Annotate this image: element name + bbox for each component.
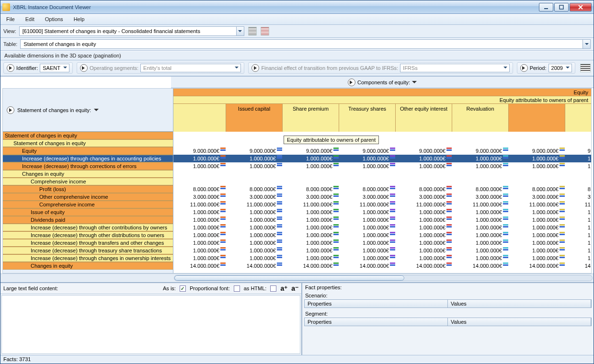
data-cell[interactable]: 11.000.000€ (226, 201, 283, 208)
data-cell[interactable] (283, 170, 339, 178)
data-cell[interactable]: 1. (565, 155, 591, 162)
horizontal-scrollbar[interactable] (0, 273, 594, 282)
row-header[interactable]: Increase (decrease) through changes in o… (3, 254, 173, 262)
data-cell[interactable]: 1.000.000€ (226, 216, 283, 224)
play-icon[interactable] (7, 106, 14, 114)
data-cell[interactable]: 9.000.000€ (509, 147, 565, 155)
play-icon[interactable] (7, 64, 14, 72)
column-header[interactable]: Share premium (283, 104, 339, 132)
data-cell[interactable]: 11.000.000€ (452, 201, 509, 208)
data-cell[interactable]: 1.000.000€ (173, 254, 226, 262)
data-cell[interactable]: 1.000.000€ (396, 231, 452, 239)
data-cell[interactable] (173, 170, 226, 178)
large-text-field[interactable] (1, 295, 300, 354)
row-header[interactable]: Comprehensive income (3, 201, 173, 208)
row-header[interactable]: Increase (decrease) through treasury sha… (3, 247, 173, 254)
font-decrease-button[interactable]: a⁻ (291, 284, 298, 292)
data-cell[interactable]: 1.000.000€ (173, 239, 226, 247)
data-cell[interactable]: 1.000.000€ (452, 254, 509, 262)
data-cell[interactable]: 1.000.000€ (396, 155, 452, 162)
data-cell[interactable]: 1.000.000€ (509, 254, 565, 262)
period-select[interactable]: 2009 (548, 64, 572, 72)
data-cell[interactable]: 11.000.000€ (509, 201, 565, 208)
data-cell[interactable]: 1.000.000€ (339, 254, 396, 262)
data-cell[interactable] (509, 132, 565, 139)
data-cell[interactable]: 1.000.000€ (452, 231, 509, 239)
data-cell[interactable]: 1.000.000€ (509, 208, 565, 216)
data-cell[interactable]: 11.000.000€ (339, 201, 396, 208)
data-cell[interactable]: 1. (565, 239, 591, 247)
data-cell[interactable]: 1.000.000€ (226, 162, 283, 170)
data-cell[interactable]: 1.000.000€ (283, 162, 339, 170)
data-cell[interactable] (396, 132, 452, 139)
row-header[interactable]: Profit (loss) (3, 185, 173, 193)
data-cell[interactable] (452, 139, 509, 147)
menu-help[interactable]: Help (72, 15, 87, 23)
data-cell[interactable]: 3.000.000€ (226, 193, 283, 201)
data-cell[interactable]: 8.000.000€ (509, 185, 565, 193)
data-cell[interactable]: 1.000.000€ (173, 208, 226, 216)
data-cell[interactable]: 8.000.000€ (226, 185, 283, 193)
row-header[interactable]: Increase (decrease) through other contri… (3, 224, 173, 231)
data-cell[interactable]: 9.000.000€ (452, 147, 509, 155)
grid-icon-2[interactable] (261, 27, 269, 35)
data-cell[interactable]: 1.000.000€ (226, 208, 283, 216)
data-cell[interactable] (226, 170, 283, 178)
data-cell[interactable] (565, 139, 591, 147)
play-icon[interactable] (251, 64, 259, 72)
data-cell[interactable]: 9.000.000€ (226, 147, 283, 155)
data-cell[interactable] (283, 178, 339, 185)
gaap-select[interactable]: IFRSs (400, 64, 510, 72)
data-cell[interactable]: 1. (565, 254, 591, 262)
data-cell[interactable] (396, 170, 452, 178)
close-button[interactable] (570, 3, 592, 11)
row-header[interactable]: Statement of changes in equity (3, 139, 173, 147)
data-cell[interactable]: 1.000.000€ (339, 247, 396, 254)
data-cell[interactable]: 1.000.000€ (339, 216, 396, 224)
data-cell[interactable]: 9.000.000€ (396, 147, 452, 155)
data-cell[interactable] (226, 139, 283, 147)
data-cell[interactable]: 3.000.000€ (173, 193, 226, 201)
data-cell[interactable]: 1.000.000€ (173, 224, 226, 231)
data-cell[interactable]: 14.000.000€ (452, 262, 509, 270)
row-header[interactable]: Statement of changes in equity (3, 132, 173, 139)
data-cell[interactable]: 1.000.000€ (283, 247, 339, 254)
play-icon[interactable] (348, 79, 355, 86)
data-cell[interactable]: 1. (565, 247, 591, 254)
data-cell[interactable] (173, 132, 226, 139)
data-cell[interactable]: 8.000.000€ (396, 185, 452, 193)
column-header[interactable]: Issued capital (226, 104, 283, 132)
data-cell[interactable] (452, 170, 509, 178)
data-cell[interactable]: 11.000.000€ (283, 201, 339, 208)
data-cell[interactable]: 14.000.000€ (283, 262, 339, 270)
row-header[interactable]: Issue of equity (3, 208, 173, 216)
data-cell[interactable]: 1.000.000€ (226, 239, 283, 247)
ashtml-checkbox[interactable] (270, 285, 276, 292)
data-cell[interactable]: 9.000.000€ (283, 147, 339, 155)
data-cell[interactable]: 1.000.000€ (452, 224, 509, 231)
data-cell[interactable]: 1.000.000€ (396, 224, 452, 231)
data-cell[interactable]: 8.000.000€ (339, 185, 396, 193)
data-cell[interactable]: 1.000.000€ (452, 239, 509, 247)
data-cell[interactable]: 14.000.000€ (509, 262, 565, 270)
data-cell[interactable]: 8.000.000€ (283, 185, 339, 193)
asis-checkbox[interactable] (180, 285, 186, 292)
data-cell[interactable]: 1.000.000€ (396, 216, 452, 224)
data-cell[interactable]: 1.000.000€ (283, 231, 339, 239)
data-cell[interactable] (339, 170, 396, 178)
data-cell[interactable]: 11. (565, 201, 591, 208)
row-header[interactable]: Increase (decrease) through changes in a… (3, 155, 173, 162)
row-header[interactable]: Changes in equity (3, 262, 173, 270)
data-cell[interactable] (452, 132, 509, 139)
data-cell[interactable]: 1.000.000€ (283, 155, 339, 162)
data-cell[interactable]: 1.000.000€ (509, 162, 565, 170)
data-cell[interactable]: 1.000.000€ (283, 239, 339, 247)
row-header[interactable]: Increase (decrease) through other distri… (3, 231, 173, 239)
menu-options[interactable]: Options (43, 15, 65, 23)
data-cell[interactable] (226, 132, 283, 139)
data-cell[interactable]: 1.000.000€ (226, 254, 283, 262)
row-header[interactable]: Dividends paid (3, 216, 173, 224)
data-cell[interactable]: 1.000.000€ (396, 239, 452, 247)
menu-file[interactable]: File (4, 15, 17, 23)
data-cell[interactable]: 1.000.000€ (173, 247, 226, 254)
